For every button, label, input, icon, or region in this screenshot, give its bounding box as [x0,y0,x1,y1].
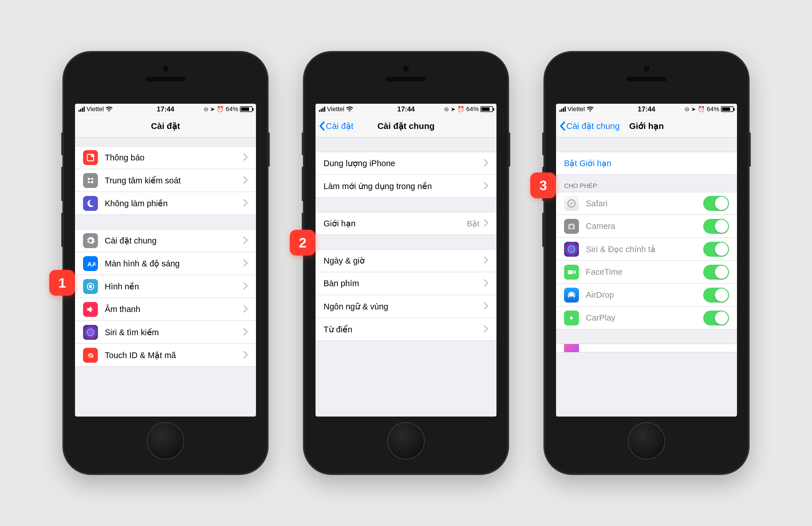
location-icon: ➤ [451,106,455,113]
signal-icon [78,106,85,112]
camera-icon [564,219,579,234]
rotation-lock-icon: ⊝ [444,106,449,113]
facetime-icon [564,265,579,280]
status-time: 17:44 [638,105,655,113]
row-label: Từ điển [323,325,483,334]
chevron-icon [483,302,489,311]
row-do-not-disturb[interactable]: Không làm phiền [75,192,256,215]
row-siri-dictation[interactable]: Siri & Đọc chính tả [556,238,737,261]
row-safari[interactable]: Safari [556,192,737,215]
battery-icon [240,106,252,112]
svg-point-1 [91,154,94,157]
carrier-label: Viettel [86,105,104,113]
row-label: Siri & Đọc chính tả [586,244,703,254]
itunes-icon [564,344,579,352]
row-label: FaceTime [586,267,703,277]
toggle-carplay[interactable] [703,311,729,325]
location-icon: ➤ [210,106,215,113]
row-label: Làm mới ứng dụng trong nền [323,181,483,191]
row-carplay[interactable]: CarPlay [556,307,737,329]
row-enable-restrictions[interactable]: Bật Giới hạn [556,152,737,175]
moon-icon [83,196,98,211]
toggle-facetime[interactable] [703,265,729,280]
row-dictionary[interactable]: Từ điển [316,318,496,341]
toggle-airdrop[interactable] [703,288,729,302]
phone-2: 2 Viettel 17:44 ⊝ ➤ ⏰ 64% Cài đặt Cài đặ… [303,51,509,475]
row-display-brightness[interactable]: AA Màn hình & độ sáng [75,252,256,275]
svg-point-12 [568,246,575,252]
status-time: 17:44 [397,105,415,113]
svg-rect-5 [91,178,93,180]
row-label: Bàn phím [323,279,483,288]
safari-icon [564,196,579,211]
svg-point-3 [91,181,93,183]
chevron-icon [243,304,248,314]
row-label: AirDrop [586,290,703,300]
chevron-icon [483,181,489,191]
chevron-icon [243,350,248,360]
row-itunes-partial[interactable] [556,344,737,352]
nav-back-label: Cài đặt chung [566,121,620,131]
row-wallpaper[interactable]: Hình nền [75,275,256,298]
battery-icon [480,106,493,112]
nav-title: Cài đặt [151,121,180,131]
row-touchid-passcode[interactable]: Touch ID & Mật mã [75,344,256,367]
chevron-icon [243,236,248,245]
row-label: Giới hạn [323,218,467,228]
chevron-icon [483,218,489,228]
carrier-label: Viettel [567,105,585,113]
row-general[interactable]: Cài đặt chung [75,229,256,252]
nav-back-button[interactable]: Cài đặt [319,121,353,131]
row-notifications[interactable]: Thông báo [75,146,256,169]
svg-rect-13 [568,270,572,274]
restrictions-list[interactable]: Bật Giới hạn CHO PHÉP: Safari Camera Sir… [556,138,737,416]
chevron-icon [243,199,248,208]
row-camera[interactable]: Camera [556,215,737,238]
row-label: Dung lượng iPhone [323,158,483,168]
location-icon: ➤ [691,106,696,113]
row-date-time[interactable]: Ngày & giờ [316,249,496,272]
status-bar: Viettel 17:44 ⊝ ➤ ⏰ 64% [75,104,256,115]
row-sound[interactable]: Âm thanh [75,298,256,321]
sound-icon [83,302,98,317]
notifications-icon [83,150,98,165]
row-label: Không làm phiền [105,199,243,208]
row-label: Safari [586,199,703,208]
step-badge-1: 1 [49,270,75,296]
row-iphone-storage[interactable]: Dung lượng iPhone [316,152,496,175]
phone-3: 3 Viettel 17:44 ⊝ ➤ ⏰ 64% Cài đặt chung … [543,51,750,475]
status-bar: Viettel 17:44 ⊝ ➤ ⏰ 64% [316,104,496,115]
nav-title: Cài đặt chung [377,121,435,131]
toggle-siri[interactable] [703,242,729,257]
row-facetime[interactable]: FaceTime [556,261,737,284]
row-language-region[interactable]: Ngôn ngữ & vùng [316,295,496,318]
chevron-icon [483,158,489,168]
row-siri-search[interactable]: Siri & tìm kiếm [75,321,256,344]
settings-list[interactable]: Thông báo Trung tâm kiểm soát Không làm … [75,138,256,416]
row-label: Bật Giới hạn [564,158,729,168]
row-label: Màn hình & độ sáng [105,259,243,268]
general-list[interactable]: Dung lượng iPhone Làm mới ứng dụng trong… [316,138,496,416]
row-background-app-refresh[interactable]: Làm mới ứng dụng trong nền [316,175,496,198]
toggle-safari[interactable] [703,196,729,211]
step-badge-3: 3 [530,172,556,198]
nav-back-label: Cài đặt [326,121,353,131]
wallpaper-icon [83,279,98,294]
chevron-icon [483,325,489,334]
siri-icon [83,325,98,340]
row-airdrop[interactable]: AirDrop [556,284,737,307]
nav-back-button[interactable]: Cài đặt chung [560,121,620,131]
row-label: Âm thanh [105,304,243,314]
signal-icon [560,106,566,112]
step-badge-2: 2 [290,230,316,256]
rotation-lock-icon: ⊝ [204,106,208,113]
row-keyboard[interactable]: Bàn phím [316,272,496,295]
toggle-camera[interactable] [703,219,729,234]
battery-pct-label: 64% [466,105,479,113]
display-icon: AA [83,256,98,271]
status-time: 17:44 [157,105,174,113]
row-control-center[interactable]: Trung tâm kiểm soát [75,169,256,192]
carplay-icon [564,311,579,325]
row-restrictions[interactable]: Giới hạn Bật [316,212,496,235]
row-label: Touch ID & Mật mã [105,350,243,360]
